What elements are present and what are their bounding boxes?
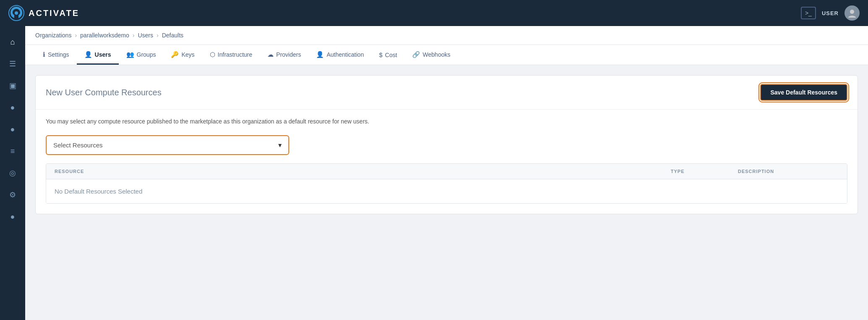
tab-users-label: Users xyxy=(95,51,111,58)
breadcrumb-organizations[interactable]: Organizations xyxy=(35,32,71,39)
sidebar-item-dot1[interactable]: ● xyxy=(3,98,22,117)
location-icon: ◎ xyxy=(9,168,16,178)
tab-webhooks[interactable]: 🔗 Webhooks xyxy=(405,45,458,65)
column-header-type: TYPE xyxy=(671,169,738,174)
breadcrumb-org-name[interactable]: parallelworksdemo xyxy=(80,32,129,39)
activate-logo-icon xyxy=(8,5,24,21)
sidebar-item-panels[interactable]: ▣ xyxy=(3,76,22,95)
dot3-icon: ● xyxy=(10,212,15,221)
empty-message: No Default Resources Selected xyxy=(55,188,671,195)
tab-authentication-label: Authentication xyxy=(327,51,364,58)
cost-icon: $ xyxy=(379,51,382,58)
user-icon: 👤 xyxy=(84,51,92,58)
column-header-resource: RESOURCE xyxy=(55,169,671,174)
breadcrumb-sep-1: › xyxy=(75,32,77,39)
inbox-icon: ☰ xyxy=(9,59,16,68)
section-title: New User Compute Resources xyxy=(46,88,162,97)
app-title: ACTIVATE xyxy=(29,8,79,18)
sidebar-item-dot2[interactable]: ● xyxy=(3,120,22,139)
cloud-icon: ☁ xyxy=(267,51,274,58)
tab-providers[interactable]: ☁ Providers xyxy=(260,45,309,65)
main-wrapper: Organizations › parallelworksdemo › User… xyxy=(25,26,868,320)
webhook-icon: 🔗 xyxy=(412,51,420,58)
table-empty-row: No Default Resources Selected xyxy=(46,179,847,203)
sidebar-item-dot3[interactable]: ● xyxy=(3,207,22,226)
tabs-bar: ℹ Settings 👤 Users 👥 Groups 🔑 Keys ⬡ Inf… xyxy=(25,45,868,65)
terminal-icon: >_ xyxy=(805,10,812,16)
dot1-icon: ● xyxy=(10,103,15,112)
svg-point-1 xyxy=(15,11,18,15)
header-right-area: >_ USER xyxy=(801,5,860,21)
content-area: New User Compute Resources Save Default … xyxy=(25,65,868,224)
tab-webhooks-label: Webhooks xyxy=(423,51,450,58)
terminal-button[interactable]: >_ xyxy=(801,7,816,19)
tab-groups[interactable]: 👥 Groups xyxy=(119,45,164,65)
auth-icon: 👤 xyxy=(316,51,324,58)
tab-groups-label: Groups xyxy=(137,51,156,58)
breadcrumb-users[interactable]: Users xyxy=(138,32,153,39)
select-resources-dropdown[interactable]: Select Resources ▾ xyxy=(46,135,289,155)
save-default-resources-button[interactable]: Save Default Resources xyxy=(760,84,847,101)
description-text: You may select any compute resource publ… xyxy=(36,110,858,132)
sidebar-item-inbox[interactable]: ☰ xyxy=(3,55,22,73)
tab-keys-label: Keys xyxy=(181,51,194,58)
select-wrapper: Select Resources ▾ xyxy=(36,132,858,163)
breadcrumb: Organizations › parallelworksdemo › User… xyxy=(25,26,868,45)
tab-cost[interactable]: $ Cost xyxy=(371,45,405,65)
tab-settings-label: Settings xyxy=(48,51,69,58)
infrastructure-icon: ⬡ xyxy=(210,51,215,58)
sidebar-item-list[interactable]: ≡ xyxy=(3,142,22,160)
resources-table: RESOURCE TYPE DESCRIPTION No Default Res… xyxy=(46,163,847,204)
content-panel: New User Compute Resources Save Default … xyxy=(35,75,858,214)
groups-icon: 👥 xyxy=(126,51,134,58)
tab-settings[interactable]: ℹ Settings xyxy=(35,45,77,65)
select-placeholder: Select Resources xyxy=(53,142,103,149)
avatar-icon xyxy=(847,8,857,18)
sidebar-item-settings[interactable]: ⚙ xyxy=(3,186,22,204)
dot2-icon: ● xyxy=(10,125,15,134)
sidebar-item-home[interactable]: ⌂ xyxy=(3,33,22,51)
user-label: USER xyxy=(822,10,839,16)
panels-icon: ▣ xyxy=(9,81,16,90)
tab-providers-label: Providers xyxy=(276,51,301,58)
breadcrumb-sep-2: › xyxy=(133,32,135,39)
tab-infrastructure-label: Infrastructure xyxy=(218,51,252,58)
tab-keys[interactable]: 🔑 Keys xyxy=(163,45,202,65)
top-header: ACTIVATE >_ USER xyxy=(0,0,868,26)
info-icon: ℹ xyxy=(43,51,45,58)
list-icon: ≡ xyxy=(10,147,15,156)
chevron-down-icon: ▾ xyxy=(278,141,282,149)
home-icon: ⌂ xyxy=(10,38,15,47)
tab-users[interactable]: 👤 Users xyxy=(77,45,119,65)
tab-cost-label: Cost xyxy=(385,52,397,58)
sidebar-item-location[interactable]: ◎ xyxy=(3,164,22,182)
avatar[interactable] xyxy=(844,5,860,21)
key-icon: 🔑 xyxy=(171,51,179,58)
table-header: RESOURCE TYPE DESCRIPTION xyxy=(46,164,847,179)
logo-area: ACTIVATE xyxy=(8,5,79,21)
left-sidebar: ⌂ ☰ ▣ ● ● ≡ ◎ ⚙ ● xyxy=(0,26,25,320)
svg-point-2 xyxy=(850,10,854,14)
tab-authentication[interactable]: 👤 Authentication xyxy=(309,45,371,65)
gear-icon: ⚙ xyxy=(9,190,16,199)
breadcrumb-sep-3: › xyxy=(157,32,159,39)
column-header-description: DESCRIPTION xyxy=(738,169,839,174)
tab-infrastructure[interactable]: ⬡ Infrastructure xyxy=(202,45,260,65)
breadcrumb-defaults[interactable]: Defaults xyxy=(162,32,183,39)
section-header: New User Compute Resources Save Default … xyxy=(36,76,858,110)
